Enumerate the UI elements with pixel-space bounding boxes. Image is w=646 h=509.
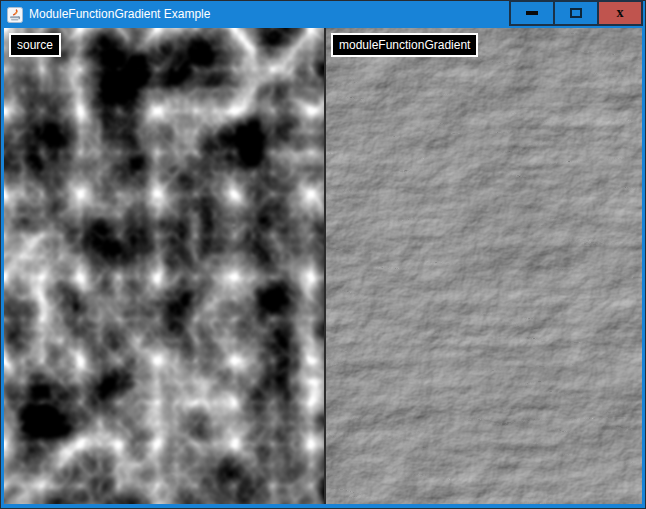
window-controls: x: [509, 0, 643, 26]
image-canvas: source moduleFunctionGradient: [4, 28, 642, 504]
pane-label-modulefunctiongradient: moduleFunctionGradient: [331, 33, 478, 57]
window-title: ModuleFunctionGradient Example: [29, 1, 509, 28]
minimize-button[interactable]: [509, 0, 555, 26]
java-coffee-cup-icon: [7, 7, 23, 23]
app-window: ModuleFunctionGradient Example x: [0, 0, 646, 509]
maximize-icon: [570, 8, 582, 18]
close-button[interactable]: x: [597, 0, 643, 26]
gradient-texture-image: [326, 28, 642, 504]
minimize-icon: [526, 11, 538, 15]
pane-label-source: source: [9, 33, 61, 57]
source-texture-image: [4, 28, 324, 504]
titlebar[interactable]: ModuleFunctionGradient Example x: [1, 1, 645, 28]
pane-modulefunctiongradient: moduleFunctionGradient: [324, 28, 642, 504]
pane-source: source: [4, 28, 324, 504]
close-icon: x: [617, 6, 624, 20]
maximize-button[interactable]: [553, 0, 599, 26]
java-app-icon[interactable]: [7, 7, 23, 23]
